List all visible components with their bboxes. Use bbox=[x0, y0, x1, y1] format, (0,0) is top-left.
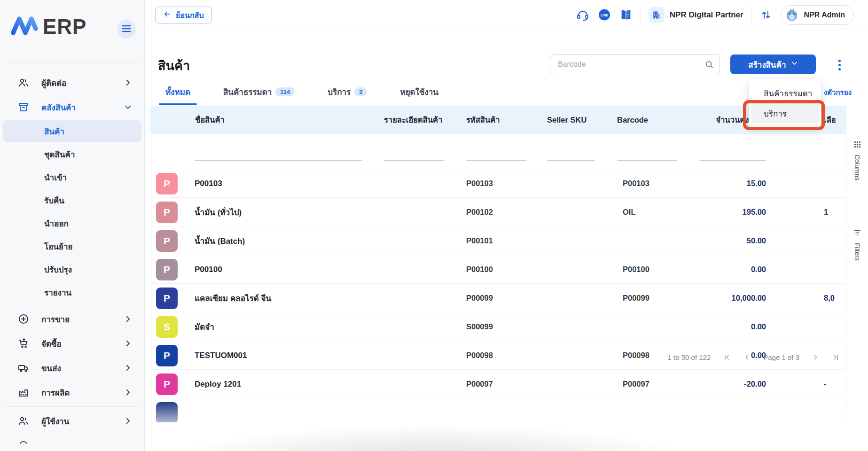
filters-panel-toggle[interactable]: Filters bbox=[846, 229, 868, 261]
sidebar-item-sales[interactable]: การขาย bbox=[0, 307, 144, 331]
column-header-qty2-fragment[interactable]: เลือ bbox=[824, 106, 836, 134]
chevron-right-icon bbox=[124, 315, 132, 323]
sidebar-subitem-returns[interactable]: รับคืน bbox=[0, 189, 144, 212]
svg-text:LINE: LINE bbox=[601, 14, 608, 17]
subitem-label: ชุดสินค้า bbox=[44, 148, 75, 161]
column-header-name[interactable]: ชื่อสินค้า bbox=[195, 106, 225, 134]
column-header-barcode[interactable]: Barcode bbox=[617, 106, 648, 134]
sidebar-item-users[interactable]: ผู้ใช้งาน bbox=[0, 409, 144, 433]
sidebar-item-inventory[interactable]: คลังสินค้า bbox=[0, 95, 144, 119]
cell-barcode: P00103 bbox=[623, 169, 649, 197]
columns-panel-toggle[interactable]: Columns bbox=[846, 141, 868, 180]
sidebar-item-partial[interactable] bbox=[0, 433, 144, 451]
table-row-partial[interactable] bbox=[150, 398, 846, 422]
table-row[interactable]: P น้ำมัน (ทั่วไป) P00102 OIL 195.00 1 bbox=[150, 197, 846, 226]
user-name: NPR Admin bbox=[804, 11, 845, 19]
tab-normal-products[interactable]: สินค้าธรรมดา 114 bbox=[217, 86, 301, 105]
cell-name: P00100 bbox=[195, 255, 222, 283]
user-menu[interactable]: NPR Admin bbox=[781, 5, 854, 25]
sidebar-item-label: การขาย bbox=[41, 313, 124, 326]
main-content: สินค้า สร้างสินค้า ทั้งหมด สินค้าธรรมดา … bbox=[145, 30, 868, 451]
avatar-initial: P bbox=[164, 350, 170, 361]
users-icon bbox=[18, 415, 29, 427]
filters-panel-label: Filters bbox=[853, 243, 861, 261]
sidebar-subitem-products[interactable]: สินค้า bbox=[3, 120, 141, 142]
sidebar-item-label: ขนส่ง bbox=[41, 362, 124, 374]
filter-input-code[interactable] bbox=[466, 160, 526, 161]
factory-icon bbox=[18, 387, 29, 398]
sidebar-item-contacts[interactable]: ผู้ติดต่อ bbox=[0, 70, 144, 95]
sidebar-subitem-reports[interactable]: รายงาน bbox=[0, 281, 144, 304]
tab-all[interactable]: ทั้งหมด bbox=[159, 86, 197, 105]
table-body: P P00103 P00103 P00103 15.00 P น้ำมัน (ท… bbox=[150, 169, 846, 422]
first-page-button[interactable] bbox=[723, 353, 731, 361]
filter-input-details[interactable] bbox=[384, 160, 444, 161]
cell-qty: 15.00 bbox=[747, 169, 766, 197]
company-selector[interactable]: NPR Digital Partner bbox=[649, 7, 743, 23]
support-headset-icon[interactable] bbox=[576, 8, 590, 22]
product-avatar: P bbox=[156, 202, 178, 223]
product-avatar: P bbox=[156, 288, 178, 309]
more-options-button[interactable] bbox=[835, 57, 844, 72]
product-avatar: P bbox=[156, 345, 178, 366]
last-page-button[interactable] bbox=[832, 353, 840, 361]
pagination-range: 1 to 50 of 122 bbox=[668, 353, 711, 361]
avatar-initial: S bbox=[164, 321, 170, 333]
column-header-sku[interactable]: Seller SKU bbox=[547, 106, 586, 134]
dropdown-item-normal-product[interactable]: สินค้าธรรมดา bbox=[749, 83, 821, 103]
clear-filter-link-fragment[interactable]: งตัวกรอง bbox=[824, 87, 852, 98]
table-row[interactable]: S มัดจำ S00099 0.00 bbox=[150, 312, 846, 341]
cell-barcode: P00097 bbox=[623, 370, 649, 398]
table-row[interactable]: P P00103 P00103 P00103 15.00 bbox=[150, 169, 846, 197]
cell-qty: 50.00 bbox=[747, 226, 766, 255]
tab-disabled[interactable]: หยุดใช้งาน bbox=[393, 86, 445, 105]
filter-input-sku[interactable] bbox=[547, 160, 595, 161]
cell-name: Deploy 1201 bbox=[195, 370, 241, 398]
sidebar-item-purchasing[interactable]: จัดซื้อ bbox=[0, 331, 144, 356]
column-header-code[interactable]: รหัสสินค้า bbox=[466, 106, 500, 134]
chevron-right-icon bbox=[124, 78, 132, 87]
sidebar-subitem-import[interactable]: นำเข้า bbox=[0, 166, 144, 189]
table-row[interactable]: P Deploy 1201 P00097 P00097 -20.00 - bbox=[150, 369, 846, 398]
sidebar-subitem-adjust[interactable]: ปรับปรุง bbox=[0, 258, 144, 281]
prev-page-button[interactable] bbox=[743, 353, 751, 361]
table-row[interactable]: P น้ำมัน (Batch) P00101 50.00 bbox=[150, 226, 846, 255]
column-header-details[interactable]: รายละเอียดสินค้า bbox=[384, 106, 442, 134]
tab-bar: ทั้งหมด สินค้าธรรมดา 114 บริการ 2 หยุดใช… bbox=[159, 86, 445, 105]
search-icon[interactable] bbox=[704, 60, 714, 69]
avatar-initial: P bbox=[164, 293, 170, 304]
filter-input-name[interactable] bbox=[195, 160, 362, 161]
bottom-shadow bbox=[164, 424, 704, 451]
create-product-button[interactable]: สร้างสินค้า bbox=[730, 54, 816, 74]
sidebar-item-label: ผู้ใช้งาน bbox=[41, 415, 124, 428]
filter-input-qty[interactable] bbox=[699, 160, 766, 161]
logo-text: ERP bbox=[43, 15, 86, 39]
cell-code: P00101 bbox=[466, 226, 493, 255]
sidebar: ERP ผู้ติดต่อ คลังสินค้า bbox=[0, 0, 145, 451]
create-product-label: สร้างสินค้า bbox=[748, 58, 786, 71]
next-page-button[interactable] bbox=[812, 353, 820, 361]
hamburger-icon bbox=[122, 25, 131, 34]
sidebar-item-shipping[interactable]: ขนส่ง bbox=[0, 356, 144, 380]
product-avatar: S bbox=[156, 316, 178, 338]
table-row[interactable]: P P00100 P00100 P00100 0.00 bbox=[150, 255, 846, 283]
dropdown-item-service[interactable]: บริการ bbox=[751, 103, 819, 123]
table-row[interactable]: P แคลเซียม คลอไรด์ จีน P00099 P00099 10,… bbox=[150, 283, 846, 312]
sidebar-nav: ผู้ติดต่อ คลังสินค้า สินค้า ชุดสินค้า นำ… bbox=[0, 70, 144, 451]
sidebar-item-label: การผลิต bbox=[41, 386, 124, 399]
sidebar-subitem-transfer[interactable]: โอนย้าย bbox=[0, 235, 144, 258]
sidebar-subitem-export[interactable]: นำออก bbox=[0, 212, 144, 235]
sort-arrows-icon[interactable] bbox=[759, 8, 773, 22]
cell-qty2-fragment: 8,0 bbox=[824, 284, 835, 312]
line-app-icon[interactable]: LINE bbox=[597, 8, 611, 22]
barcode-search-input[interactable] bbox=[557, 60, 704, 69]
tab-services[interactable]: บริการ 2 bbox=[321, 86, 374, 105]
filter-input-barcode[interactable] bbox=[617, 160, 677, 161]
sidebar-toggle-button[interactable] bbox=[117, 20, 136, 39]
sidebar-divider bbox=[6, 62, 139, 62]
back-button[interactable]: ย้อนกลับ bbox=[155, 7, 212, 23]
sidebar-subitem-product-sets[interactable]: ชุดสินค้า bbox=[0, 143, 144, 166]
docs-book-icon[interactable] bbox=[619, 8, 633, 22]
sidebar-item-production[interactable]: การผลิต bbox=[0, 380, 144, 404]
cell-barcode: P00100 bbox=[623, 255, 649, 283]
